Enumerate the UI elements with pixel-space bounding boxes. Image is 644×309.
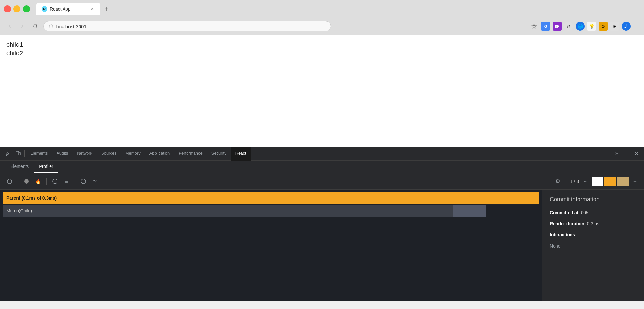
commit-info-title: Commit information [550, 196, 636, 203]
commit-bar-chart [592, 177, 629, 186]
url-bar[interactable]: ⓘ localhost:3001 [43, 21, 331, 31]
toolbar-separator [24, 150, 25, 157]
tab-security[interactable]: Security [207, 147, 231, 161]
page-line1: child1 [6, 41, 638, 48]
prof-separator4 [566, 178, 566, 185]
circle-extension-icon[interactable]: ◎ [564, 22, 573, 31]
profiler-settings-button[interactable]: ⚙ [553, 177, 562, 186]
interactions-value: None [550, 243, 636, 249]
new-tab-button[interactable]: + [102, 4, 112, 14]
commit-bar-1[interactable] [592, 177, 603, 186]
flame-chart: Parent (0.1ms of 0.3ms) Memo(Child) [0, 190, 542, 301]
rp-extension-icon[interactable]: RP [553, 22, 562, 31]
commit-bar-2[interactable] [604, 177, 616, 186]
commit-info-panel: Commit information Committed at: 0.6s Re… [542, 190, 644, 301]
browser-menu-button[interactable]: ⋮ [633, 23, 639, 30]
bookmark-button[interactable] [530, 22, 539, 31]
flame-button[interactable]: 🔥 [34, 177, 42, 186]
tab-close-button[interactable]: ✕ [89, 6, 95, 12]
cursor-tool-button[interactable] [3, 148, 13, 159]
commit-next-button[interactable]: → [631, 178, 639, 185]
svg-rect-0 [16, 151, 19, 155]
svg-point-3 [24, 179, 29, 184]
devtools-more-button[interactable]: ⋮ [621, 150, 632, 157]
devtools-panel: Elements Audits Network Sources Memory A… [0, 147, 644, 301]
tab-bar: R React App ✕ + [36, 3, 112, 15]
maximize-traffic-light[interactable] [23, 5, 30, 12]
commit-prev-button[interactable]: ← [581, 178, 589, 185]
tab-application[interactable]: Application [145, 147, 174, 161]
committed-at-label: Committed at: [550, 210, 580, 215]
gear-extension-icon[interactable]: ⚙ [599, 22, 608, 31]
chinese-extension-icon[interactable]: 进 [622, 22, 631, 31]
react-subtabs: Elements Profiler [0, 161, 644, 173]
reload-record-button[interactable] [22, 177, 31, 186]
stop-button[interactable] [50, 177, 59, 186]
browser-extensions: G RP ◎ 🌐 💡 ⚙ ⊞ 进 ⋮ [530, 22, 639, 31]
tab-memory[interactable]: Memory [121, 147, 145, 161]
grid-extension-icon[interactable]: ⊞ [610, 22, 619, 31]
dot-button[interactable] [79, 177, 88, 186]
address-bar: ⓘ localhost:3001 G RP ◎ 🌐 💡 ⚙ ⊞ 进 ⋮ [0, 18, 644, 35]
page-content: child1 child2 [0, 35, 644, 147]
render-duration-row: Render duration: 0.3ms [550, 220, 636, 227]
google-extension-icon[interactable]: G [541, 22, 550, 31]
tab-favicon: R [42, 6, 47, 12]
tab-sources[interactable]: Sources [97, 147, 121, 161]
tab-title: React App [50, 6, 87, 12]
profiler-main-area: Parent (0.1ms of 0.3ms) Memo(Child) Comm… [0, 190, 644, 301]
secure-icon: ⓘ [49, 23, 53, 29]
url-text: localhost:3001 [56, 24, 326, 29]
commit-bar-3[interactable] [617, 177, 629, 186]
forward-button[interactable] [18, 22, 27, 31]
back-button[interactable] [5, 22, 14, 31]
close-traffic-light[interactable] [4, 5, 11, 12]
commit-counter: 1 / 3 [570, 179, 579, 184]
svg-point-4 [53, 179, 57, 184]
svg-rect-1 [19, 152, 20, 155]
svg-point-2 [7, 179, 12, 184]
render-duration-label: Render duration: [550, 221, 586, 226]
react-devtools-panel: Elements Profiler 🔥 [0, 161, 644, 301]
tab-audits[interactable]: Audits [52, 147, 73, 161]
page-line2: child2 [6, 50, 638, 57]
active-tab[interactable]: R React App ✕ [36, 3, 100, 15]
tab-performance[interactable]: Performance [174, 147, 207, 161]
globe-extension-icon[interactable]: 🌐 [576, 22, 585, 31]
prof-separator3 [75, 178, 75, 185]
refresh-button[interactable] [31, 22, 40, 31]
more-tabs-button[interactable]: » [612, 150, 621, 157]
react-profiler-tab[interactable]: Profiler [34, 161, 58, 173]
commit-navigation: 1 / 3 ← → [570, 177, 639, 186]
flame-memo-main: Memo(Child) [3, 205, 453, 217]
record-button[interactable] [5, 177, 14, 186]
tab-react[interactable]: React [231, 147, 251, 161]
svg-point-8 [81, 179, 86, 184]
tab-network[interactable]: Network [73, 147, 97, 161]
flame-bar-memo[interactable]: Memo(Child) [3, 205, 539, 217]
tab-elements[interactable]: Elements [26, 147, 52, 161]
interactions-row: Interactions: [550, 231, 636, 238]
list-button[interactable] [62, 177, 71, 186]
device-toolbar-button[interactable] [13, 148, 23, 159]
react-elements-tab[interactable]: Elements [5, 161, 34, 173]
profiler-toolbar: 🔥 〜 ⚙ 1 / 3 ← [0, 173, 644, 190]
minimize-traffic-light[interactable] [13, 5, 20, 12]
committed-at-row: Committed at: 0.6s [550, 209, 636, 216]
devtools-close-button[interactable]: ✕ [632, 150, 641, 157]
devtools-toolbar: Elements Audits Network Sources Memory A… [0, 147, 644, 161]
bulb-extension-icon[interactable]: 💡 [587, 22, 596, 31]
wave-button[interactable]: 〜 [90, 177, 99, 186]
interactions-label: Interactions: [550, 232, 577, 237]
prof-separator1 [18, 178, 18, 185]
flame-bar-parent[interactable]: Parent (0.1ms of 0.3ms) [3, 192, 539, 204]
traffic-lights [4, 5, 30, 12]
flame-memo-end [453, 205, 486, 217]
prof-separator2 [46, 178, 47, 185]
